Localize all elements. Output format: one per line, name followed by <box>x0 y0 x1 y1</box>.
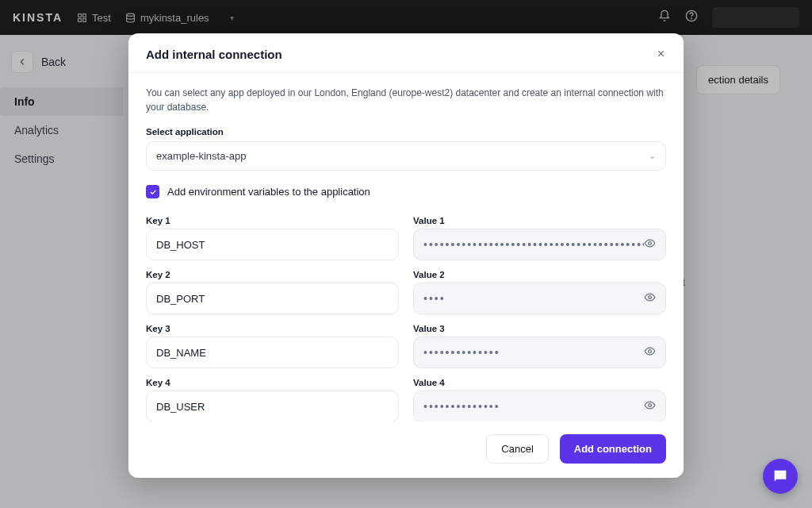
svg-point-8 <box>649 296 652 299</box>
value-label: Value 2 <box>413 270 666 279</box>
value-field-1[interactable] <box>423 238 644 251</box>
eye-icon[interactable] <box>644 291 656 306</box>
modal-title: Add internal connection <box>146 48 282 61</box>
close-icon[interactable] <box>656 48 666 61</box>
value-input-4[interactable] <box>413 391 666 421</box>
value-field-3[interactable] <box>423 346 644 359</box>
key-label: Key 3 <box>146 324 399 333</box>
value-label: Value 4 <box>413 378 666 387</box>
value-input-2[interactable] <box>413 283 666 314</box>
key-input-4[interactable] <box>146 391 399 421</box>
value-input-1[interactable] <box>413 229 666 260</box>
value-field-4[interactable] <box>423 400 644 413</box>
chat-fab[interactable] <box>763 459 798 494</box>
key-label: Key 1 <box>146 216 399 225</box>
env-vars-grid: Key 1 Value 1 Key 2 Value 2 Key 3 Value … <box>146 210 666 421</box>
chevron-down-icon: ⌄ <box>649 151 656 161</box>
value-field-2[interactable] <box>423 292 644 305</box>
key-input-2[interactable] <box>146 283 399 314</box>
select-application-dropdown[interactable]: example-kinsta-app ⌄ <box>146 141 666 171</box>
select-application-label: Select application <box>146 127 666 137</box>
eye-icon[interactable] <box>644 399 656 414</box>
value-label: Value 1 <box>413 216 666 225</box>
add-connection-button[interactable]: Add connection <box>560 434 666 464</box>
eye-icon[interactable] <box>644 237 656 252</box>
modal-overlay: Add internal connection You can select a… <box>0 0 812 508</box>
env-vars-checkbox[interactable] <box>146 185 159 198</box>
cancel-button[interactable]: Cancel <box>486 434 548 464</box>
eye-icon[interactable] <box>644 345 656 360</box>
select-application-value: example-kinsta-app <box>156 150 246 162</box>
value-input-3[interactable] <box>413 337 666 368</box>
svg-point-7 <box>649 242 652 245</box>
modal-description: You can select any app deployed in our L… <box>146 86 666 114</box>
svg-point-10 <box>649 404 652 407</box>
key-input-3[interactable] <box>146 337 399 368</box>
value-label: Value 3 <box>413 324 666 333</box>
key-label: Key 2 <box>146 270 399 279</box>
env-vars-checkbox-label: Add environment variables to the applica… <box>167 186 370 198</box>
key-input-1[interactable] <box>146 229 399 260</box>
add-internal-connection-modal: Add internal connection You can select a… <box>128 33 684 478</box>
svg-point-9 <box>649 350 652 353</box>
key-label: Key 4 <box>146 378 399 387</box>
